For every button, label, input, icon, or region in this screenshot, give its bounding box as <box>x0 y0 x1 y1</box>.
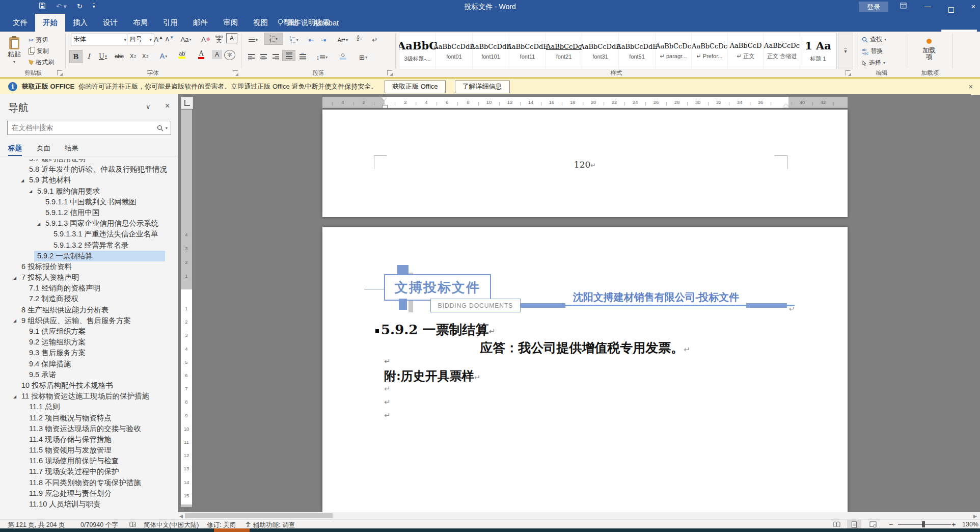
right-indent-marker[interactable] <box>783 101 788 107</box>
warning-close-icon[interactable]: × <box>969 83 973 91</box>
phonetic-guide-icon[interactable]: wén文 <box>214 32 224 44</box>
clipboard-dialog-launcher-icon[interactable] <box>57 70 62 75</box>
search-options-caret-icon[interactable]: ▾ <box>166 126 168 130</box>
strikethrough-icon[interactable]: abc <box>112 50 126 62</box>
nav-close-icon[interactable]: × <box>165 101 170 111</box>
nav-item[interactable]: 11.6 现场使用前保护与检查 <box>0 456 178 466</box>
zoom-out-icon[interactable]: − <box>889 520 893 528</box>
cut-button[interactable]: ✂剪切 <box>29 36 48 44</box>
nav-tab-results[interactable]: 结果 <box>65 144 78 153</box>
read-mode-icon[interactable] <box>829 520 843 529</box>
document-page-121[interactable]: 文搏投标文件 BIDDING DOCUMENTS 沈阳文搏建材销售有限公司-投标… <box>322 227 848 512</box>
expand-triangle-icon[interactable]: ◢ <box>37 219 40 229</box>
nav-item[interactable]: 11.8 不同类别物资的专项保护措施 <box>0 477 178 488</box>
underline-button[interactable]: U▾ <box>95 50 111 62</box>
nav-item[interactable]: ◢5.9 其他材料 <box>0 175 178 185</box>
justify-icon[interactable] <box>282 50 295 61</box>
horizontal-ruler[interactable]: 24|||24681012141618202224262830323436404… <box>322 97 848 108</box>
styles-dialog-launcher-icon[interactable] <box>846 70 851 75</box>
scroll-right-icon[interactable]: ▶ <box>973 514 977 519</box>
nav-item[interactable]: 5.9.1.3.1 严重违法失信企业名单 <box>0 229 178 240</box>
nav-item[interactable]: 9.5 承诺 <box>0 369 178 380</box>
nav-item[interactable]: 6 投标报价资料 <box>0 261 178 272</box>
ribbon-tab-2[interactable]: 开始 <box>35 14 65 32</box>
nav-item[interactable]: 11.10 人员培训与职责 <box>0 499 178 510</box>
bullets-icon[interactable]: ▾ <box>246 34 261 46</box>
sort-icon[interactable]: AZ↓ <box>353 32 366 44</box>
copy-button[interactable]: 复制 <box>29 47 49 56</box>
shading-icon[interactable]: ◇ <box>334 50 351 62</box>
align-center-icon[interactable] <box>258 51 269 63</box>
nav-item[interactable]: ◢5.9.1 履约信用要求 <box>0 186 178 197</box>
select-button[interactable]: 选择▾ <box>862 59 885 67</box>
style-card[interactable]: AaBbCcDcfont21 <box>546 33 582 69</box>
ribbon-tab-8[interactable]: 审阅 <box>215 14 246 32</box>
distribute-icon[interactable]: ⇿ <box>296 51 309 63</box>
left-indent-marker[interactable] <box>382 105 388 108</box>
nav-item[interactable]: 7.1 经销商的资格声明 <box>0 283 178 294</box>
nav-item[interactable]: ◢9 组织供应、运输、售后服务方案 <box>0 315 178 326</box>
nav-item[interactable]: 9.3 售后服务方案 <box>0 348 178 358</box>
decrease-indent-icon[interactable]: ⇤ <box>306 34 317 46</box>
minimize-button[interactable]: — <box>920 3 935 12</box>
style-card[interactable]: AaBbCcDdEfont01 <box>436 33 473 69</box>
nav-item[interactable]: 11.7 现场安装过程中的保护 <box>0 466 178 477</box>
nav-item[interactable]: 11.5 物资领用与发放管理 <box>0 445 178 456</box>
shrink-font-icon[interactable]: A▼ <box>164 33 175 45</box>
nav-item[interactable]: 5.9.1.2 信用中国 <box>0 207 178 218</box>
ribbon-tab-6[interactable]: 引用 <box>155 14 185 32</box>
clear-formatting-icon[interactable]: A <box>200 33 212 45</box>
line-spacing-icon[interactable]: ↕▾ <box>314 51 330 63</box>
style-card[interactable]: 1 Aa标题 1 <box>800 33 836 69</box>
nav-chevron-down-icon[interactable]: ∨ <box>146 103 151 111</box>
restore-button[interactable] <box>943 3 959 12</box>
replace-button[interactable]: ab⤷ac 替换 <box>862 47 883 56</box>
nav-tab-pages[interactable]: 页面 <box>37 144 50 153</box>
zoom-level[interactable]: 130% <box>962 521 978 528</box>
zoom-slider-thumb[interactable] <box>922 521 925 527</box>
ribbon-tab-5[interactable]: 布局 <box>125 14 155 32</box>
font-dialog-launcher-icon[interactable] <box>233 70 238 75</box>
style-card[interactable]: AaBbC3级标题-... <box>399 33 436 69</box>
style-card[interactable]: AaBbCcDdEfont101 <box>473 33 509 69</box>
style-card[interactable]: AaBbCcDc↵ Prefor... <box>692 33 728 69</box>
nav-item[interactable]: 11.1 总则 <box>0 402 178 412</box>
font-size-combo[interactable]: 四号▾ <box>127 34 154 45</box>
asian-layout-icon[interactable]: A⇄▾ <box>334 34 351 46</box>
close-button[interactable]: × <box>966 3 980 12</box>
subscript-icon[interactable]: X2 <box>127 50 139 62</box>
ribbon-display-options-icon[interactable] <box>895 3 911 12</box>
nav-item[interactable]: 7.2 制造商授权 <box>0 294 178 304</box>
nav-item[interactable]: 5.8 近年发生的诉讼、仲裁及行贿犯罪情况 <box>0 164 178 175</box>
nav-item[interactable]: ◢7 投标人资格声明 <box>0 272 178 283</box>
nav-item[interactable]: ◢11 投标物资运达施工现场后的保护措施 <box>0 391 178 402</box>
grow-font-icon[interactable]: A▲ <box>153 33 164 45</box>
doc-answer[interactable]: 应答：我公司提供增值税专用发票。↵ <box>322 339 848 356</box>
style-card[interactable]: AaBbCcDc正文 含缩进 <box>764 33 800 69</box>
nav-item[interactable]: 10 投标盾构配件技术规格书 <box>0 380 178 391</box>
numbering-icon[interactable]: 1 —2 —3 —▾ <box>264 33 283 45</box>
language-indicator[interactable]: 简体中文(中国大陆) <box>144 521 199 529</box>
ribbon-tab-1[interactable]: 文件 <box>5 14 35 32</box>
multilevel-list-icon[interactable]: 1 — a — i —▾ <box>285 34 303 46</box>
sign-in-button[interactable]: 登录 <box>859 2 888 12</box>
italic-button[interactable]: I <box>84 50 94 62</box>
nav-item[interactable]: 11.9 应急处理与责任划分 <box>0 488 178 499</box>
expand-triangle-icon[interactable]: ◢ <box>13 315 16 326</box>
change-case-icon[interactable]: Aa▾ <box>178 33 194 45</box>
ribbon-tab-3[interactable]: 插入 <box>65 14 95 32</box>
character-shading-icon[interactable]: A <box>212 50 222 59</box>
vertical-ruler[interactable]: 432112345678910111213141516 <box>181 110 192 507</box>
expand-triangle-icon[interactable]: ◢ <box>13 273 16 283</box>
nav-item[interactable]: 9.1 供应组织方案 <box>0 326 178 337</box>
word-count[interactable]: 0/70940 个字 <box>80 521 118 529</box>
find-button[interactable]: 查找▾ <box>862 35 886 44</box>
bold-button[interactable]: B <box>69 50 83 63</box>
horizontal-scroll-thumb[interactable] <box>185 513 333 518</box>
nav-item[interactable]: ◢5.9.1.3 国家企业信用信息公示系统 <box>0 218 178 229</box>
enclose-characters-icon[interactable]: 字 <box>224 50 235 60</box>
nav-item[interactable]: 8 生产组织供应能力分析表 <box>0 305 178 315</box>
nav-item[interactable]: 11.3 物资运达现场后的交接与验收 <box>0 423 178 434</box>
tab-stop-selector[interactable] <box>181 97 193 109</box>
font-color-icon[interactable]: A <box>193 49 210 61</box>
